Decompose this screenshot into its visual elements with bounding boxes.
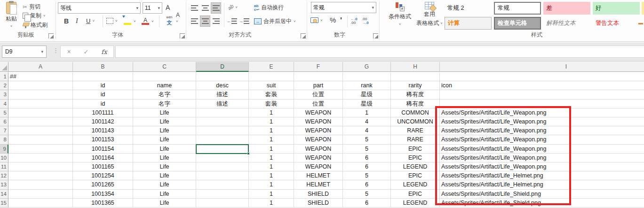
cell-H4[interactable]: 稀有度 (391, 100, 440, 108)
cell-F6[interactable]: WEAPON (294, 117, 343, 126)
cell-G6[interactable]: 4 (343, 117, 391, 126)
cell-H1[interactable] (391, 72, 440, 81)
row-header-11[interactable]: 11 (0, 162, 8, 171)
cell-E8[interactable]: 1 (249, 135, 294, 144)
cell-E6[interactable]: 1 (249, 117, 294, 126)
align-left-button[interactable] (189, 15, 199, 27)
cell-C8[interactable]: Life (133, 135, 196, 144)
top-align-button[interactable] (189, 2, 199, 14)
copy-dropdown-icon[interactable]: ˅ (43, 14, 46, 18)
row-header-4[interactable]: 4 (0, 100, 8, 108)
cell-F5[interactable]: WEAPON (294, 108, 343, 117)
cell-C12[interactable]: Life (133, 171, 196, 180)
cell-F14[interactable]: SHIELD (294, 190, 343, 199)
cell-B12[interactable]: 1001254 (73, 171, 133, 180)
cell-C5[interactable]: Life (133, 108, 196, 117)
copy-button[interactable]: 复制 ˅ (23, 12, 46, 20)
number-format-combo[interactable]: 常规 ▾ (311, 2, 376, 13)
cell-style-calculation[interactable]: 计算 (445, 17, 492, 30)
accounting-dropdown-icon[interactable]: ˅ (320, 18, 323, 23)
cell-F10[interactable]: WEAPON (294, 154, 343, 162)
row-header-15[interactable]: 15 (0, 199, 8, 208)
bottom-align-button[interactable] (211, 2, 221, 14)
cell-H6[interactable]: UNCOMMON (391, 117, 440, 126)
cell-G13[interactable]: 6 (343, 180, 391, 189)
cell-F13[interactable]: HELMET (294, 180, 343, 189)
enter-icon[interactable]: ✓ (84, 48, 89, 55)
cell-E11[interactable]: 1 (249, 162, 294, 171)
cell-E13[interactable]: 1 (249, 180, 294, 189)
row-header-9[interactable]: 9 (0, 145, 8, 154)
cell-G7[interactable]: 4 (343, 126, 391, 135)
cell-H3[interactable]: 稀有度 (391, 90, 440, 99)
row-header-6[interactable]: 6 (0, 117, 8, 126)
column-header-B[interactable]: B (73, 62, 133, 72)
cell-C15[interactable]: Life (133, 199, 196, 208)
cell-H7[interactable]: RARE (391, 126, 440, 135)
middle-align-button[interactable] (200, 2, 210, 14)
cell-B1[interactable] (73, 72, 133, 81)
cell-E12[interactable]: 1 (249, 171, 294, 180)
cell-B10[interactable]: 1001164 (73, 154, 133, 162)
cell-C11[interactable]: Life (133, 162, 196, 171)
cell-D10[interactable] (196, 154, 249, 162)
cell-B6[interactable]: 1001142 (73, 117, 133, 126)
cell-C14[interactable]: Life (133, 190, 196, 199)
cell-style-check-cell[interactable]: 检查单元格 (494, 17, 541, 30)
percent-style-button[interactable]: % (330, 16, 336, 24)
cell-C1[interactable] (133, 72, 196, 81)
cell-G15[interactable]: 6 (343, 199, 391, 208)
cell-G3[interactable]: 星级 (343, 90, 391, 99)
cell-C9[interactable]: Life (133, 145, 196, 154)
column-header-H[interactable]: H (391, 62, 440, 72)
row-header-10[interactable]: 10 (0, 154, 8, 162)
row-header-1[interactable]: 1 (0, 72, 8, 81)
cell-A4[interactable] (8, 100, 73, 108)
column-header-D[interactable]: D (196, 62, 249, 72)
cell-F7[interactable]: WEAPON (294, 126, 343, 135)
increase-indent-button[interactable]: → (239, 15, 249, 27)
cell-C7[interactable]: Life (133, 126, 196, 135)
cell-F8[interactable]: WEAPON (294, 135, 343, 144)
paste-dropdown-icon[interactable]: ˅ (10, 24, 13, 28)
number-dialog-launcher-icon[interactable] (373, 33, 378, 39)
cell-B7[interactable]: 1001143 (73, 126, 133, 135)
font-size-dropdown-icon[interactable]: ▾ (158, 6, 160, 10)
cell-A5[interactable] (8, 108, 73, 117)
cell-D6[interactable] (196, 117, 249, 126)
cell-C10[interactable]: Life (133, 154, 196, 162)
cell-A8[interactable] (8, 135, 73, 144)
cell-B4[interactable]: id (73, 100, 133, 108)
cell-E7[interactable]: 1 (249, 126, 294, 135)
font-size-combo[interactable]: 11 ▾ (143, 2, 162, 14)
cut-button[interactable]: ✂ 剪切 (23, 3, 40, 11)
cell-E10[interactable]: 1 (249, 154, 294, 162)
cell-F4[interactable]: 位置 (294, 100, 343, 108)
cell-G5[interactable]: 1 (343, 108, 391, 117)
cell-D13[interactable] (196, 180, 249, 189)
cell-H13[interactable]: LEGEND (391, 180, 440, 189)
font-color-button[interactable]: A ˅ (141, 17, 154, 25)
italic-button[interactable]: I (76, 17, 78, 25)
cell-G9[interactable]: 5 (343, 145, 391, 154)
cell-style-normal[interactable]: 常规 (494, 2, 541, 15)
font-dialog-launcher-icon[interactable] (180, 33, 185, 39)
cell-D11[interactable] (196, 162, 249, 171)
cell-style-good[interactable]: 好 (593, 2, 640, 15)
cell-B14[interactable]: 1001354 (73, 190, 133, 199)
cell-H12[interactable]: EPIC (391, 171, 440, 180)
cell-I1[interactable] (440, 72, 644, 81)
cell-A10[interactable] (8, 154, 73, 162)
name-box-dropdown-icon[interactable]: ▾ (41, 49, 43, 54)
cell-A14[interactable] (8, 190, 73, 199)
cell-A9[interactable] (8, 145, 73, 154)
cell-B3[interactable]: id (73, 90, 133, 99)
cell-H15[interactable]: LEGEND (391, 199, 440, 208)
underline-button[interactable]: U ˅ (86, 17, 95, 24)
font-name-combo[interactable]: 等线 ▾ (58, 2, 141, 14)
fill-color-dropdown-icon[interactable]: ˅ (134, 19, 136, 23)
cell-C6[interactable]: Life (133, 117, 196, 126)
cell-style-warning[interactable]: 警告文本 (593, 17, 640, 30)
cell-E14[interactable]: 1 (249, 190, 294, 199)
cancel-icon[interactable]: × (67, 48, 71, 55)
